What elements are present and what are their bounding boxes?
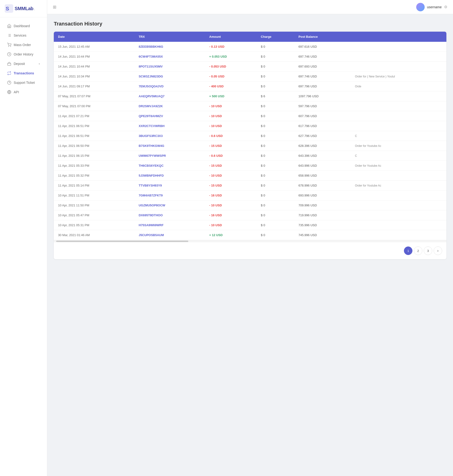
sidebar-item-order-history[interactable]: Order History xyxy=(2,50,45,59)
cell-trx: AAEQRV5MUAQ7 xyxy=(134,91,205,101)
cell-charge: $ 0 xyxy=(257,141,294,151)
cell-charge: $ 0 xyxy=(257,111,294,121)
cell-date: 11 Apr, 2021 06:50 PM xyxy=(54,141,134,151)
cell-note xyxy=(351,191,446,201)
page-3-button[interactable]: 3 xyxy=(424,246,432,255)
cell-note: Orde xyxy=(351,81,446,91)
cell-note: Order for ( New Service ) Youtul xyxy=(351,72,446,81)
table-row: 10 Apr, 2021 05:47 PM DX695T9DTHOO - 16 … xyxy=(54,210,446,220)
cell-amount: - 10 USD xyxy=(205,171,257,181)
cell-post-balance: 1097.796 USD xyxy=(294,91,351,101)
sidebar: S SMMLab . Dashboard Services Mass Order… xyxy=(0,0,47,476)
topbar: ⊞ username ⚙ xyxy=(47,0,453,14)
cell-date: 10 Apr, 2021 11:50 PM xyxy=(54,201,134,210)
table-row: 11 Apr, 2021 06:50 PM B7SK9THKGW4G - 15 … xyxy=(54,141,446,151)
cell-note xyxy=(351,230,446,240)
sidebar-item-services[interactable]: Services xyxy=(2,31,45,40)
cell-note xyxy=(351,201,446,210)
cell-note xyxy=(351,210,446,220)
cell-trx: UGZMU5OP8OCW xyxy=(134,201,205,210)
cell-charge: $ 0 xyxy=(257,210,294,220)
cell-charge: $ 0 xyxy=(257,101,294,111)
svg-rect-11 xyxy=(7,64,11,65)
cell-amount: - 10 USD xyxy=(205,201,257,210)
cell-date: 07 May, 2021 07:07 PM xyxy=(54,91,134,101)
horizontal-scrollbar[interactable] xyxy=(54,240,446,242)
sidebar-item-api[interactable]: API xyxy=(2,88,45,97)
avatar-image xyxy=(416,3,425,11)
cell-date: 10 Apr, 2021 11:51 PM xyxy=(54,191,134,201)
sidebar-item-dashboard[interactable]: Dashboard xyxy=(2,22,45,30)
table-row: 14 Jun, 2021 09:17 PM 7EMJSOQG4JVD - 400… xyxy=(54,81,446,91)
list-icon xyxy=(7,33,11,37)
cell-amount: - 10 USD xyxy=(205,121,257,131)
cell-trx: 8ZEEB5BBKH6G xyxy=(134,42,205,52)
cell-date: 15 Jun, 2021 12:45 AM xyxy=(54,42,134,52)
sidebar-item-deposit-label: Deposit xyxy=(14,62,25,66)
cell-post-balance: 697.746 USD xyxy=(294,72,351,81)
username-label: username xyxy=(427,5,442,9)
cell-charge: $ 0 xyxy=(257,191,294,201)
cell-date: 11 Apr, 2021 05:14 PM xyxy=(54,181,134,191)
table-row: 11 Apr, 2021 05:33 PM TH6CBS6YEKQC - 15 … xyxy=(54,161,446,171)
col-trx: TRX xyxy=(134,32,205,42)
cell-post-balance: 658.996 USD xyxy=(294,171,351,181)
cell-post-balance: 643.996 USD xyxy=(294,161,351,171)
brand-dot: . xyxy=(34,5,35,12)
svg-point-8 xyxy=(8,46,9,47)
page-next-button[interactable]: › xyxy=(434,246,442,255)
cell-post-balance: 697.746 USD xyxy=(294,52,351,62)
sidebar-item-deposit[interactable]: Deposit ▾ xyxy=(2,59,45,68)
table-row: 07 May, 2021 07:00 PM DR2SMVJA9Z2K - 10 … xyxy=(54,101,446,111)
grid-icon[interactable]: ⊞ xyxy=(53,5,57,10)
cell-post-balance: 697.693 USD xyxy=(294,62,351,72)
cell-note: Order for Youtube Ac xyxy=(351,181,446,191)
table-row: 14 Jun, 2021 10:44 PM 8POT11SUX5MV - 0.0… xyxy=(54,62,446,72)
sidebar-item-support-ticket[interactable]: Support Ticket xyxy=(2,78,45,87)
cell-note xyxy=(351,42,446,52)
cell-note xyxy=(351,91,446,101)
cell-trx: TTVB8YSH93Y9 xyxy=(134,181,205,191)
cell-post-balance: 607.796 USD xyxy=(294,111,351,121)
cell-post-balance: 597.796 USD xyxy=(294,101,351,111)
cell-date: 11 Apr, 2021 05:33 PM xyxy=(54,161,134,171)
support-icon xyxy=(7,80,11,85)
sidebar-item-mass-order[interactable]: Mass Order xyxy=(2,40,45,49)
page-2-button[interactable]: 2 xyxy=(414,246,422,255)
table-row: 07 May, 2021 07:07 PM AAEQRV5MUAQ7 + 500… xyxy=(54,91,446,101)
cell-post-balance: 627.796 USD xyxy=(294,131,351,141)
cell-note xyxy=(351,52,446,62)
sidebar-item-transactions-label: Transactions xyxy=(14,71,34,75)
settings-icon[interactable]: ⚙ xyxy=(444,5,447,9)
cell-post-balance: 745.996 USD xyxy=(294,230,351,240)
cell-date: 11 Apr, 2021 05:32 PM xyxy=(54,171,134,181)
cell-note xyxy=(351,101,446,111)
cell-date: 30 Mar, 2021 01:46 AM xyxy=(54,230,134,240)
cell-amount: - 0.6 USD xyxy=(205,131,257,141)
table-row: 14 Jun, 2021 10:34 PM SCW3ZJN823DG - 0.0… xyxy=(54,72,446,81)
sidebar-item-services-label: Services xyxy=(14,34,26,37)
sidebar-item-transactions[interactable]: Transactions xyxy=(2,69,45,78)
topbar-right: username ⚙ xyxy=(416,3,447,11)
cell-amount: - 10 USD xyxy=(205,111,257,121)
cell-note: C xyxy=(351,131,446,141)
cell-amount: - 0.13 USD xyxy=(205,42,257,52)
logo: S SMMLab . xyxy=(0,0,47,17)
page-1-button[interactable]: 1 xyxy=(404,246,412,255)
cell-amount: - 0.05 USD xyxy=(205,72,257,81)
cell-date: 11 Apr, 2021 06:51 PM xyxy=(54,121,134,131)
cell-post-balance: 709.996 USD xyxy=(294,201,351,210)
cell-trx: B7SK9THKGW4G xyxy=(134,141,205,151)
transaction-table-container: Date TRX Amount Charge Post Balance 15 J… xyxy=(54,32,446,259)
table-scroll[interactable]: Date TRX Amount Charge Post Balance 15 J… xyxy=(54,32,446,240)
cell-amount: + 0.053 USD xyxy=(205,52,257,62)
cell-post-balance: 735.996 USD xyxy=(294,220,351,230)
cell-post-balance: 643.396 USD xyxy=(294,151,351,161)
cell-note: Order for Youtube Ac xyxy=(351,141,446,151)
brand-name: SMMLab xyxy=(15,6,33,11)
cell-note xyxy=(351,62,446,72)
cell-date: 14 Jun, 2021 09:17 PM xyxy=(54,81,134,91)
cell-charge: $ 0 xyxy=(257,131,294,141)
col-date: Date xyxy=(54,32,134,42)
cell-note xyxy=(351,220,446,230)
